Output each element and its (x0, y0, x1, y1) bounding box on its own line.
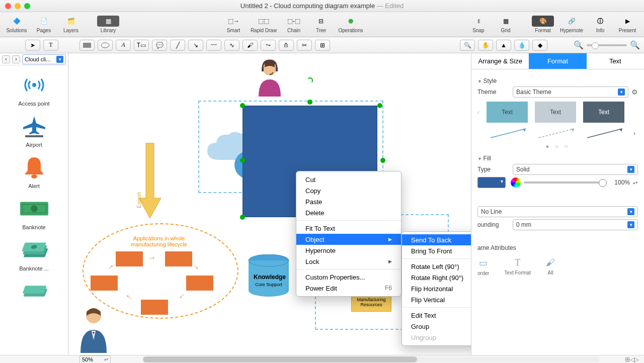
resize-handle[interactable] (240, 103, 245, 108)
scissors-tool[interactable]: ✂ (297, 40, 312, 51)
library-item-banknote[interactable]: Banknote (0, 192, 68, 233)
pages-button[interactable]: 📄Pages (30, 16, 57, 33)
library-item-airport[interactable]: Airport (0, 110, 68, 151)
fill-type-select[interactable]: Solid▾ (513, 164, 638, 175)
tab-arrange-size[interactable]: Arrange & Size (471, 53, 529, 69)
style-preset-1[interactable]: Text (487, 102, 528, 123)
attr-all-button[interactable]: 🖌All (546, 257, 555, 276)
chain-button[interactable]: ⬚-⬚Chain (280, 16, 307, 33)
tab-format[interactable]: Format (529, 53, 586, 69)
shape-orange-box[interactable] (116, 251, 143, 266)
menu-copy[interactable]: Copy (296, 185, 401, 196)
zoom-tool[interactable]: 🔍 (460, 40, 475, 51)
arrow-tool[interactable]: ↘ (188, 40, 203, 51)
menu-delete[interactable]: Delete (296, 207, 401, 218)
shape-export-arrow[interactable] (139, 143, 161, 218)
shape-person-headset[interactable] (255, 57, 285, 97)
bezier-tool[interactable]: ∿ (224, 40, 239, 51)
close-window-icon[interactable] (5, 3, 11, 9)
library-forward-button[interactable]: › (12, 55, 20, 63)
zoom-out-icon[interactable]: 🔍 (574, 40, 584, 50)
menu-cut[interactable]: Cut (296, 174, 401, 185)
smart-button[interactable]: ⬚→Smart (220, 16, 247, 33)
resize-handle[interactable] (380, 158, 385, 163)
submenu-send-to-back[interactable]: Send To Back⌥⌘B (402, 234, 471, 245)
style-disclosure[interactable]: Style (477, 77, 638, 84)
style-next-icon[interactable]: › (633, 130, 635, 137)
fill-disclosure[interactable]: Fill (477, 155, 638, 162)
line-preset-2[interactable] (537, 127, 578, 140)
zoom-slider[interactable] (587, 44, 627, 46)
hand-tool[interactable]: ✋ (478, 40, 493, 51)
submenu-flip-horizontal[interactable]: Flip Horizontal (402, 283, 471, 294)
menu-custom-properties[interactable]: Custom Properties... (296, 271, 401, 283)
curve-tool[interactable]: 〰 (206, 40, 221, 51)
polyline-tool[interactable]: ⫛ (279, 40, 294, 51)
line-preset-3[interactable] (585, 127, 626, 140)
resize-handle[interactable] (240, 215, 245, 220)
line-style-select[interactable]: No Line▾ (477, 206, 638, 217)
menu-lock[interactable]: Lock (296, 256, 401, 267)
shape-orange-box[interactable] (141, 300, 168, 315)
stamp-tool[interactable]: ▲ (496, 40, 511, 51)
resize-handle[interactable] (307, 100, 312, 105)
zoom-window-icon[interactable] (24, 3, 30, 9)
menu-paste[interactable]: Paste (296, 196, 401, 207)
text-shape-tool[interactable]: A (116, 40, 131, 51)
attr-text-format-button[interactable]: TText Format (504, 257, 531, 276)
brush-tool[interactable]: 🖌 (243, 40, 258, 51)
shape-orange-box[interactable] (186, 276, 213, 291)
text-tool[interactable]: T (43, 40, 58, 51)
submenu-bring-to-front[interactable]: Bring To Front⌥⌘F (402, 245, 471, 256)
operations-button[interactable]: ⬣Operations (335, 16, 367, 33)
menu-power-edit[interactable]: Power EditF6 (296, 283, 401, 294)
tree-button[interactable]: ⊟Tree (307, 16, 335, 33)
submenu-flip-vertical[interactable]: Flip Vertical⌥⌘J (402, 294, 471, 305)
shape-person-business[interactable] (77, 305, 110, 353)
eraser-tool[interactable]: ◆ (532, 40, 547, 51)
menu-fit-to-text[interactable]: Fit To Text (296, 223, 401, 234)
info-button[interactable]: ⓘInfo (587, 16, 614, 33)
theme-select[interactable]: Basic Theme▾ (513, 86, 628, 98)
canvas[interactable]: Export Applications in wholemanufacturin… (68, 53, 471, 355)
rounding-select[interactable]: 0 mm▾ (513, 219, 638, 230)
library-back-button[interactable]: ‹ (2, 55, 10, 63)
horizontal-scrollbar[interactable] (143, 356, 600, 362)
style-preset-3[interactable]: Text (583, 102, 624, 123)
library-button[interactable]: ▦Library (95, 16, 122, 33)
page-nav-icon[interactable]: ⊞◁▷ (625, 356, 639, 363)
label-tool[interactable]: T▭ (134, 40, 149, 51)
connector-tool[interactable]: ⤳ (261, 40, 276, 51)
color-wheel-icon[interactable] (511, 177, 521, 188)
format-button[interactable]: 🎨Format (529, 16, 556, 33)
ellipse-tool[interactable] (98, 40, 113, 51)
style-preset-2[interactable]: Text (535, 102, 576, 123)
grid-button[interactable]: ▦Grid (492, 16, 519, 33)
style-prev-icon[interactable]: ‹ (477, 109, 479, 116)
library-item-alert[interactable]: Alert (0, 151, 68, 192)
menu-object[interactable]: Object (296, 234, 401, 245)
rect-tool[interactable] (79, 40, 95, 51)
rapid-draw-button[interactable]: ⬚⬚Rapid Draw (247, 16, 280, 33)
resize-handle[interactable] (377, 103, 382, 108)
pointer-tool[interactable]: ➤ (25, 40, 40, 51)
hypernote-button[interactable]: 🔗Hypernote (556, 16, 587, 33)
eyedropper-tool[interactable]: 💧 (514, 40, 529, 51)
resize-handle[interactable] (240, 158, 245, 163)
submenu-rotate-right[interactable]: Rotate Right (90°)⌘R (402, 272, 471, 283)
insert-tool[interactable]: ⊞ (315, 40, 330, 51)
zoom-in-icon[interactable]: 🔍 (630, 40, 640, 50)
rotate-handle[interactable] (307, 77, 313, 83)
minimize-window-icon[interactable] (15, 3, 21, 9)
callout-tool[interactable]: 💬 (152, 40, 167, 51)
pager-dots[interactable]: ● ○ ○ (477, 143, 638, 150)
layers-button[interactable]: 🗂️Layers (57, 16, 85, 33)
submenu-rotate-left[interactable]: Rotate Left (90°)⌘L (402, 261, 471, 272)
submenu-edit-text[interactable]: Edit TextF5 (402, 310, 471, 321)
menu-hypernote[interactable]: Hypernote (296, 245, 401, 256)
shape-orange-box[interactable] (91, 276, 118, 291)
shape-orange-box[interactable] (165, 251, 192, 266)
fill-color-swatch[interactable] (477, 177, 506, 188)
snap-button[interactable]: ⫴Snap (465, 16, 492, 33)
submenu-group[interactable]: Group⌘G (402, 321, 471, 332)
